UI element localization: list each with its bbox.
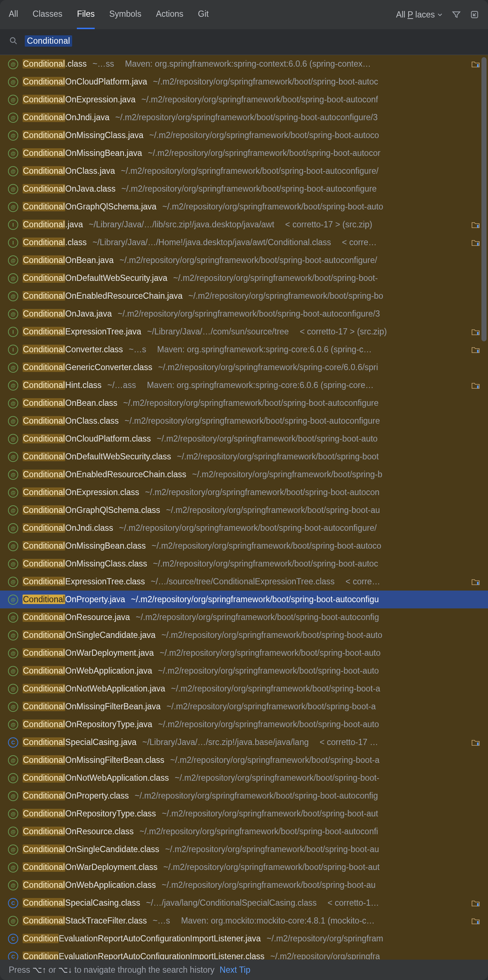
result-row[interactable]: @ConditionalOnWarDeployment.class~/.m2/r… — [0, 858, 488, 876]
annotation-icon: @ — [8, 77, 18, 87]
file-path: ~/.m2/repository/org/springframework/boo… — [162, 809, 378, 819]
file-name: ConditionalOnJndi.class — [22, 523, 113, 533]
result-row[interactable]: CConditionEvaluationReportAutoConfigurat… — [0, 930, 488, 948]
result-row[interactable]: @ConditionalOnMissingClass.class~/.m2/re… — [0, 555, 488, 573]
result-row[interactable]: @ConditionalOnMissingFilterBean.class~/.… — [0, 751, 488, 769]
tab-symbols[interactable]: Symbols — [109, 0, 141, 29]
open-folder-icon[interactable] — [471, 382, 480, 389]
result-row[interactable]: @ConditionalOnNotWebApplication.java~/.m… — [0, 680, 488, 698]
result-row[interactable]: @ConditionalOnSingleCandidate.class~/.m2… — [0, 840, 488, 858]
result-row[interactable]: @ConditionalOnDefaultWebSecurity.java~/.… — [0, 269, 488, 287]
file-path: ~/.m2/repository/org/springframework/boo… — [170, 755, 380, 765]
annotation-icon: @ — [8, 916, 18, 926]
result-row[interactable]: @Conditional.class~…ssMaven: org.springf… — [0, 55, 488, 73]
result-row[interactable]: @ConditionalOnResource.java~/.m2/reposit… — [0, 608, 488, 626]
open-folder-icon[interactable] — [471, 60, 480, 68]
annotation-icon: @ — [8, 469, 18, 480]
result-row[interactable]: @ConditionalOnSingleCandidate.java~/.m2/… — [0, 626, 488, 644]
result-row[interactable]: @ConditionalOnRepositoryType.java~/.m2/r… — [0, 716, 488, 733]
result-row[interactable]: CConditionalSpecialCasing.class~/…/java/… — [0, 894, 488, 912]
result-row[interactable]: @ConditionalOnGraphQlSchema.java~/.m2/re… — [0, 198, 488, 216]
scrollbar-thumb[interactable] — [482, 57, 486, 341]
result-row[interactable]: IConditionalExpressionTree.java~/Library… — [0, 323, 488, 340]
pin-icon[interactable] — [470, 10, 479, 19]
result-row[interactable]: @ConditionalOnMissingClass.java~/.m2/rep… — [0, 126, 488, 144]
file-path: ~/…ass — [107, 380, 136, 390]
result-row[interactable]: @ConditionalOnBean.java~/.m2/repository/… — [0, 251, 488, 269]
annotation-icon: @ — [8, 684, 18, 694]
file-path: ~/Library/Java/…/src.zip!/java.base/java… — [142, 737, 309, 747]
tab-actions[interactable]: Actions — [156, 0, 183, 29]
next-tip-link[interactable]: Next Tip — [219, 965, 250, 975]
search-input[interactable]: Conditional — [25, 35, 72, 47]
result-row[interactable]: CConditionEvaluationReportAutoConfigurat… — [0, 948, 488, 959]
result-row[interactable]: @ConditionalOnMissingBean.class~/.m2/rep… — [0, 537, 488, 555]
tab-git[interactable]: Git — [198, 0, 209, 29]
open-folder-icon[interactable] — [471, 917, 480, 924]
result-row[interactable]: @ConditionalOnBean.class~/.m2/repository… — [0, 394, 488, 412]
open-folder-icon[interactable] — [471, 739, 480, 746]
open-folder-icon[interactable] — [471, 221, 480, 228]
result-row[interactable]: @ConditionalOnRepositoryType.class~/.m2/… — [0, 805, 488, 822]
tab-classes[interactable]: Classes — [33, 0, 63, 29]
file-path: ~/.m2/repository/org/springframework/boo… — [135, 791, 378, 801]
result-row[interactable]: @ConditionalOnMissingBean.java~/.m2/repo… — [0, 144, 488, 162]
file-name: Conditional.java — [22, 220, 83, 229]
result-row[interactable]: @ConditionalOnCloudPlatform.java~/.m2/re… — [0, 73, 488, 91]
file-name: ConditionalOnMissingBean.java — [22, 148, 142, 158]
result-row[interactable]: @ConditionalOnEnabledResourceChain.java~… — [0, 287, 488, 305]
result-row[interactable]: @ConditionalOnWebApplication.java~/.m2/r… — [0, 662, 488, 680]
result-row[interactable]: @ConditionalOnNotWebApplication.class~/.… — [0, 769, 488, 787]
annotation-icon: @ — [8, 827, 18, 837]
scrollbar[interactable] — [482, 55, 486, 959]
result-row[interactable]: IConditional.class~/Library/Java/…/Home!… — [0, 234, 488, 251]
scope-selector[interactable]: All Places — [396, 10, 443, 20]
result-row[interactable]: @ConditionalGenericConverter.class~/.m2/… — [0, 358, 488, 376]
open-folder-icon[interactable] — [471, 578, 480, 585]
file-name: ConditionalOnBean.java — [22, 255, 114, 265]
result-row[interactable]: @ConditionalExpressionTree.class~/…/sour… — [0, 573, 488, 590]
open-folder-icon[interactable] — [471, 239, 480, 246]
file-name: ConditionalOnSingleCandidate.class — [22, 845, 159, 854]
result-row[interactable]: @ConditionalOnJndi.java~/.m2/repository/… — [0, 108, 488, 126]
file-name: ConditionalHint.class — [22, 380, 102, 390]
tab-all[interactable]: All — [9, 0, 18, 29]
result-row[interactable]: CConditionalSpecialCasing.java~/Library/… — [0, 733, 488, 751]
file-path: ~/.m2/repository/org/springframework/boo… — [175, 773, 380, 783]
result-row[interactable]: @ConditionalOnWebApplication.class~/.m2/… — [0, 876, 488, 894]
result-row[interactable]: @ConditionalOnJava.java~/.m2/repository/… — [0, 305, 488, 323]
file-path: ~/.m2/repository/org/springframework/boo… — [149, 130, 379, 140]
result-row[interactable]: @ConditionalStackTraceFilter.class~…sMav… — [0, 912, 488, 930]
result-row[interactable]: @ConditionalOnProperty.java~/.m2/reposit… — [0, 590, 488, 608]
result-row[interactable]: @ConditionalOnJava.class~/.m2/repository… — [0, 180, 488, 198]
result-row[interactable]: @ConditionalOnCloudPlatform.class~/.m2/r… — [0, 430, 488, 448]
result-row[interactable]: @ConditionalOnExpression.java~/.m2/repos… — [0, 91, 488, 108]
result-row[interactable]: @ConditionalOnJndi.class~/.m2/repository… — [0, 519, 488, 537]
open-folder-icon[interactable] — [471, 899, 480, 907]
result-row[interactable]: @ConditionalOnResource.class~/.m2/reposi… — [0, 822, 488, 840]
result-row[interactable]: @ConditionalHint.class~/…assMaven: org.s… — [0, 376, 488, 394]
annotation-icon: @ — [8, 398, 18, 408]
result-row[interactable]: @ConditionalOnMissingFilterBean.java~/.m… — [0, 698, 488, 716]
file-extra: < corretto-17 > (src.zip) — [300, 327, 387, 337]
result-row[interactable]: @ConditionalOnExpression.class~/.m2/repo… — [0, 484, 488, 501]
tab-files[interactable]: Files — [77, 0, 95, 29]
result-row[interactable]: IConditional.java~/Library/Java/…/lib/sr… — [0, 216, 488, 234]
open-folder-icon[interactable] — [471, 328, 480, 336]
svg-rect-10 — [477, 903, 478, 906]
result-row[interactable]: @ConditionalOnEnabledResourceChain.class… — [0, 466, 488, 484]
file-path: ~/Library/Java/…/lib/src.zip!/java.deskt… — [89, 220, 274, 229]
result-row[interactable]: @ConditionalOnGraphQlSchema.class~/.m2/r… — [0, 501, 488, 519]
result-row[interactable]: @ConditionalOnClass.java~/.m2/repository… — [0, 162, 488, 180]
annotation-icon: @ — [8, 487, 18, 498]
file-path: ~/Library/Java/…/Home!/java.desktop/java… — [92, 237, 331, 247]
result-row[interactable]: IConditionalConverter.class~…sMaven: org… — [0, 340, 488, 358]
annotation-icon: @ — [8, 809, 18, 819]
result-row[interactable]: @ConditionalOnProperty.class~/.m2/reposi… — [0, 787, 488, 805]
open-folder-icon[interactable] — [471, 346, 480, 353]
result-row[interactable]: @ConditionalOnDefaultWebSecurity.class~/… — [0, 448, 488, 466]
result-row[interactable]: @ConditionalOnClass.class~/.m2/repositor… — [0, 412, 488, 430]
filter-icon[interactable] — [451, 10, 461, 19]
file-name: ConditionalOnBean.class — [22, 398, 117, 408]
result-row[interactable]: @ConditionalOnWarDeployment.java~/.m2/re… — [0, 644, 488, 662]
